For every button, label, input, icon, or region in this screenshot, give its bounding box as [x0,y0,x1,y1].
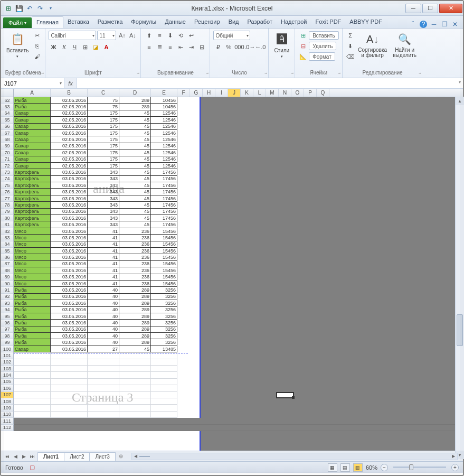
cell[interactable]: Рыба [14,294,51,300]
col-header-D[interactable]: D [119,89,151,97]
cell[interactable]: 15456 [151,261,177,267]
border-icon[interactable]: ⊞ [80,42,90,52]
cell[interactable]: 12546 [151,150,177,156]
cell[interactable]: 289 [119,104,151,110]
row-header[interactable]: 64 [1,110,14,117]
cell[interactable]: Мясо [14,254,51,260]
cell[interactable] [88,385,119,391]
cell[interactable]: 17456 [151,215,177,221]
cell[interactable] [14,359,51,366]
insert-cells-icon[interactable]: ⊞ [298,31,308,40]
align-bottom-icon[interactable]: ⬇ [165,31,175,40]
increase-decimal-icon[interactable]: .0→ [245,42,254,52]
cell[interactable]: 175 [88,130,119,136]
cell[interactable]: 03.05.2016 [51,281,88,287]
add-sheet-icon[interactable]: ⊕ [116,452,126,460]
row-header[interactable]: 73 [1,169,14,175]
cell[interactable]: 289 [119,333,151,339]
cell[interactable]: 45 [119,124,151,130]
cell[interactable]: 17456 [151,182,177,189]
cell[interactable]: 175 [88,124,119,130]
cell[interactable]: 03.05.2016 [51,182,88,189]
cell[interactable]: 45 [119,182,151,189]
cell[interactable]: Мясо [14,261,51,267]
cell[interactable]: 03.05.2016 [51,294,88,300]
zoom-out-icon[interactable]: − [381,464,388,471]
cell[interactable] [14,412,51,418]
tab-вставка[interactable]: Вставка [63,16,93,28]
cell[interactable]: 17456 [151,202,177,208]
row-header[interactable]: 105 [1,379,14,385]
cell[interactable]: 03.05.2016 [51,176,88,182]
cell[interactable]: 289 [119,320,151,326]
cell[interactable]: 15456 [151,281,177,287]
cell[interactable]: 03.05.2016 [51,215,88,221]
cell[interactable]: 03.05.2016 [51,307,88,313]
col-header-O[interactable]: O [291,89,304,97]
cell[interactable]: 41 [88,254,119,260]
cell[interactable]: 12546 [151,110,177,117]
cell[interactable]: Рыба [14,313,51,320]
cell[interactable]: 45 [119,195,151,202]
cell[interactable]: 02.05.2016 [51,117,88,123]
row-header[interactable]: 67 [1,130,14,136]
cell[interactable] [88,412,119,418]
currency-icon[interactable]: ₽ [213,42,223,52]
cell[interactable] [119,359,151,366]
cell[interactable]: 236 [119,267,151,274]
cell[interactable]: 40 [88,307,119,313]
font-name-combo[interactable]: Calibri [49,31,96,40]
cell[interactable] [88,372,119,378]
align-center-icon[interactable]: ≣ [155,42,164,52]
cell[interactable]: 12546 [151,124,177,130]
fx-icon[interactable]: fx [64,78,77,88]
cell[interactable]: Картофель [14,176,51,182]
cell[interactable]: Рыба [14,333,51,339]
row-header[interactable]: 81 [1,221,14,228]
cell[interactable]: 17456 [151,195,177,202]
row-header[interactable]: 98 [1,333,14,339]
cell[interactable] [151,359,177,366]
delete-cells-icon[interactable]: ⊟ [298,41,308,51]
row-header[interactable]: 94 [1,307,14,313]
cell[interactable]: 02.05.2016 [51,156,88,163]
col-header-I[interactable]: I [215,89,228,97]
cell[interactable] [151,392,177,398]
col-header-J[interactable]: J [228,89,241,97]
cell[interactable]: 40 [88,313,119,320]
fill-color-icon[interactable]: ◪ [91,42,100,52]
qat-more-icon[interactable]: ▾ [46,4,55,13]
cell[interactable]: Рыба [14,287,51,293]
decrease-indent-icon[interactable]: ⇤ [176,42,185,52]
styles-button[interactable]: 🅰 Стили▾ [272,31,291,60]
cell[interactable]: 03.05.2016 [51,248,88,254]
cell[interactable]: 02.05.2016 [51,130,88,136]
minimize-ribbon-icon[interactable]: ˇ [409,21,416,28]
row-header[interactable]: 104 [1,372,14,378]
row-header[interactable]: 86 [1,254,14,260]
row-header[interactable]: 75 [1,182,14,189]
cell[interactable]: 41 [88,267,119,274]
cell[interactable] [88,379,119,385]
cell[interactable]: 41 [88,235,119,241]
cell[interactable]: 03.05.2016 [51,313,88,320]
cell[interactable]: Мясо [14,281,51,287]
cell[interactable]: 03.05.2016 [51,274,88,281]
tab-вид[interactable]: Вид [224,16,243,28]
row-header[interactable]: 90 [1,281,14,287]
cell[interactable] [51,412,88,418]
cell[interactable]: 236 [119,228,151,235]
cell[interactable]: Мясо [14,235,51,241]
sheet-tab-Лист2[interactable]: Лист2 [64,452,90,461]
cell[interactable]: Мясо [14,228,51,235]
align-left-icon[interactable]: ≡ [144,42,154,52]
row-header[interactable]: 95 [1,313,14,320]
cell[interactable]: 15456 [151,267,177,274]
cell[interactable]: Сахар [14,110,51,117]
cell[interactable]: Картофель [14,215,51,221]
redo-icon[interactable]: ↷ [36,4,44,13]
cell[interactable]: 03.05.2016 [51,320,88,326]
cell[interactable]: Картофель [14,189,51,195]
cell[interactable]: 343 [88,202,119,208]
cell[interactable]: 3256 [151,320,177,326]
